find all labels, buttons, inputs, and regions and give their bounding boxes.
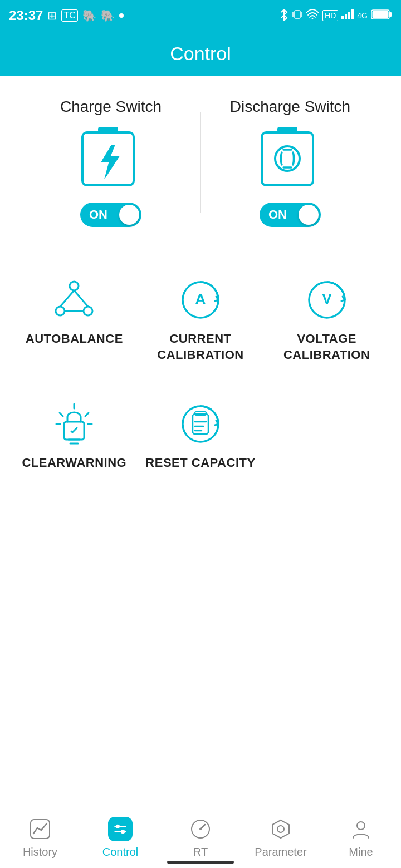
hd-icon: HD: [322, 10, 338, 21]
autobalance-button[interactable]: AUTOBALANCE: [11, 267, 138, 374]
discharge-switch-label: Discharge Switch: [230, 98, 350, 116]
control-nav-label: Control: [102, 846, 138, 859]
discharge-toggle[interactable]: ON: [260, 203, 321, 227]
autobalance-label: AUTOBALANCE: [26, 331, 123, 347]
svg-rect-7: [351, 9, 354, 19]
svg-rect-0: [295, 11, 300, 18]
charge-toggle-knob: [119, 205, 139, 225]
svg-rect-10: [373, 11, 389, 18]
control-nav-icon: [108, 817, 133, 841]
history-nav-icon: [28, 817, 52, 841]
empty-slot: [263, 391, 390, 482]
discharge-toggle-track[interactable]: ON: [260, 203, 321, 227]
discharge-toggle-knob: [299, 205, 319, 225]
vibrate-icon: [292, 8, 302, 23]
svg-line-20: [74, 290, 88, 307]
svg-rect-4: [341, 16, 344, 19]
status-right: HD 4G: [279, 8, 392, 23]
current-calibration-label: CURRENTCALIBRATION: [157, 331, 243, 363]
page-title: Control: [170, 43, 231, 65]
bottom-nav: History Control RT: [0, 807, 401, 868]
main-content: Charge Switch ON Discharge Switch: [0, 76, 401, 505]
voltage-calibration-label: VOLTAGECALIBRATION: [283, 331, 370, 363]
charge-battery-icon: [80, 126, 141, 193]
svg-rect-14: [262, 132, 313, 185]
svg-point-18: [84, 307, 92, 315]
svg-rect-5: [345, 14, 347, 19]
voltage-calibration-icon: V: [305, 278, 349, 322]
clearwarning-button[interactable]: CLEARWARNING: [11, 391, 138, 482]
svg-line-29: [60, 413, 63, 416]
nav-parameter[interactable]: Parameter: [244, 817, 317, 859]
bluetooth-icon: [279, 8, 289, 23]
reset-capacity-icon: [178, 402, 223, 446]
control-grid-row2: CLEARWARNING RESET CAPACITY: [0, 385, 401, 505]
charge-toggle-track[interactable]: ON: [80, 203, 141, 227]
nav-history[interactable]: History: [4, 817, 76, 859]
mine-nav-label: Mine: [349, 846, 373, 859]
current-calibration-icon: A: [178, 278, 223, 322]
charge-switch-item: Charge Switch ON: [27, 98, 194, 227]
reset-capacity-label: RESET CAPACITY: [145, 455, 255, 471]
clearwarning-label: CLEARWARNING: [22, 455, 126, 471]
status-left: 23:37 ⊞ TC 🐘 🐘: [9, 8, 124, 23]
charge-toggle-label: ON: [89, 208, 107, 222]
history-nav-label: History: [23, 846, 57, 859]
mine-nav-icon: [349, 817, 373, 841]
battery-icon-status: [371, 9, 392, 23]
parameter-nav-icon: [268, 817, 293, 841]
signal-icon: [341, 9, 354, 22]
dot-indicator: [119, 13, 124, 18]
status-bar: 23:37 ⊞ TC 🐘 🐘 HD 4G: [0, 0, 401, 31]
charge-switch-label: Charge Switch: [60, 98, 162, 116]
control-grid-row1: AUTOBALANCE A CURRENTCALIBRATION: [0, 244, 401, 385]
svg-rect-6: [348, 12, 350, 19]
svg-line-30: [85, 413, 89, 416]
discharge-toggle-label: ON: [268, 208, 287, 222]
discharge-battery-icon: [260, 126, 321, 193]
app-icon-elephant2: 🐘: [101, 9, 115, 22]
voltage-calibration-button[interactable]: V VOLTAGECALIBRATION: [263, 267, 390, 374]
app-header: Control: [0, 31, 401, 76]
nav-mine[interactable]: Mine: [325, 817, 397, 859]
4g-icon: 4G: [357, 11, 368, 20]
charge-toggle[interactable]: ON: [80, 203, 141, 227]
svg-marker-48: [272, 820, 289, 838]
svg-text:A: A: [195, 290, 206, 307]
svg-point-3: [312, 18, 314, 19]
svg-point-47: [199, 828, 202, 830]
switch-section-divider: [200, 112, 201, 213]
nav-control[interactable]: Control: [84, 817, 157, 859]
nav-rt[interactable]: RT: [164, 817, 237, 859]
svg-point-43: [116, 825, 120, 828]
status-time: 23:37: [9, 8, 43, 23]
autobalance-icon: [52, 278, 96, 322]
svg-point-49: [277, 826, 284, 832]
switch-section: Charge Switch ON Discharge Switch: [0, 92, 401, 244]
clearwarning-icon: [52, 402, 96, 446]
svg-rect-9: [389, 12, 392, 17]
wifi-icon: [306, 9, 319, 22]
svg-point-17: [56, 307, 65, 315]
svg-text:V: V: [322, 290, 332, 307]
svg-point-50: [357, 822, 365, 830]
current-calibration-button[interactable]: A CURRENTCALIBRATION: [138, 267, 264, 374]
app-icon-elephant1: 🐘: [82, 9, 96, 22]
reset-capacity-button[interactable]: RESET CAPACITY: [138, 391, 264, 482]
svg-point-44: [121, 830, 125, 834]
svg-point-16: [70, 282, 79, 290]
app-icon-tc: TC: [61, 9, 77, 22]
rt-nav-icon: [188, 817, 213, 841]
home-indicator: [167, 861, 234, 864]
svg-line-19: [60, 290, 74, 307]
rt-nav-label: RT: [193, 846, 208, 859]
grid-icon: ⊞: [47, 9, 57, 22]
discharge-switch-item: Discharge Switch ON: [207, 98, 374, 227]
parameter-nav-label: Parameter: [255, 846, 306, 859]
